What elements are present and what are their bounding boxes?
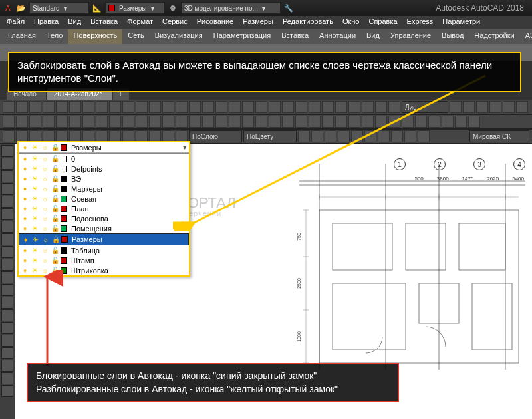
- lightbulb-icon[interactable]: ♦: [21, 154, 29, 163]
- lock-open-icon[interactable]: 🔓: [51, 154, 59, 163]
- sun-icon[interactable]: ☀: [31, 184, 39, 193]
- freeze-icon[interactable]: ☼: [41, 246, 49, 255]
- toolbar-button[interactable]: [43, 116, 55, 128]
- lock-open-icon[interactable]: 🔓: [51, 214, 59, 223]
- open-icon[interactable]: 📂: [16, 3, 27, 13]
- draw-tool-button[interactable]: [1, 183, 13, 195]
- layer-row[interactable]: ♦☀☼🔓0: [19, 154, 189, 164]
- layer-color-swatch[interactable]: [61, 206, 67, 212]
- toolbar-button[interactable]: [29, 101, 41, 113]
- toolbar-button[interactable]: [3, 116, 15, 128]
- draw-tool-button[interactable]: [1, 271, 13, 283]
- lightbulb-icon[interactable]: ♦: [21, 164, 29, 173]
- sun-icon[interactable]: ☀: [31, 224, 39, 233]
- lightbulb-icon[interactable]: ♦: [21, 174, 29, 183]
- layer-row[interactable]: ♦☀☼🔓Осевая: [19, 194, 189, 204]
- ribbon-tab-визуализация[interactable]: Визуализация: [150, 29, 208, 44]
- freeze-icon[interactable]: ☼: [41, 224, 49, 233]
- draw-tool-button[interactable]: [1, 233, 13, 245]
- toolbar-button[interactable]: [82, 116, 94, 128]
- sun-icon[interactable]: ☀: [31, 256, 39, 265]
- draw-tool-button[interactable]: [1, 347, 13, 359]
- menu-размеры[interactable]: Размеры: [239, 16, 277, 29]
- layer-color-swatch[interactable]: [61, 176, 67, 182]
- ribbon-tab-сеть[interactable]: Сеть: [122, 29, 149, 44]
- lightbulb-icon[interactable]: ♦: [21, 214, 29, 223]
- toolbar-button[interactable]: [29, 116, 41, 128]
- lightbulb-icon[interactable]: ♦: [21, 246, 29, 255]
- layer-row[interactable]: ♦☀☼🔓Подоснова: [19, 213, 189, 223]
- lock-open-icon[interactable]: 🔓: [51, 256, 59, 265]
- toolbar-button[interactable]: [82, 101, 94, 113]
- workspace-dropdown[interactable]: 3D моделирование по...▾: [181, 2, 281, 14]
- layer-color-swatch[interactable]: [61, 247, 67, 254]
- lightbulb-icon[interactable]: ♦: [21, 235, 30, 244]
- menu-сервис[interactable]: Сервис: [158, 16, 192, 29]
- lock-open-icon[interactable]: 🔓: [51, 194, 59, 203]
- sun-icon[interactable]: ☀: [31, 204, 39, 213]
- layer-row[interactable]: ♦☀☼🔓Маркеры: [19, 184, 189, 194]
- ribbon-tab-вставка[interactable]: Вставка: [276, 29, 314, 44]
- menu-рисование[interactable]: Рисование: [193, 16, 237, 29]
- menu-правка[interactable]: Правка: [30, 16, 63, 29]
- freeze-icon[interactable]: ☼: [41, 174, 49, 183]
- toolbar-button[interactable]: [149, 101, 161, 113]
- layer-color-swatch[interactable]: [61, 144, 67, 151]
- toolbar-button[interactable]: [3, 101, 15, 113]
- layer-color-swatch[interactable]: [61, 257, 67, 264]
- freeze-icon[interactable]: ☼: [41, 235, 50, 244]
- ribbon-tab-аннотации[interactable]: Аннотации: [314, 29, 361, 44]
- lock-closed-icon[interactable]: 🔒: [51, 235, 60, 244]
- lightbulb-icon[interactable]: ♦: [21, 204, 29, 213]
- freeze-icon[interactable]: ☼: [41, 154, 49, 163]
- layer-color-swatch[interactable]: [61, 186, 67, 192]
- draw-tool-button[interactable]: [1, 385, 13, 397]
- freeze-icon[interactable]: ☼: [41, 214, 49, 223]
- lock-open-icon[interactable]: 🔓: [51, 204, 59, 213]
- toolbar-button[interactable]: [16, 116, 28, 128]
- ribbon-tab-вывод[interactable]: Вывод: [436, 29, 469, 44]
- draw-tool-button[interactable]: [1, 196, 13, 208]
- layer-row[interactable]: ♦☀☼🔓Таблица: [19, 245, 189, 255]
- menu-редактировать[interactable]: Редактировать: [279, 16, 337, 29]
- lock-open-icon[interactable]: 🔓: [51, 246, 59, 255]
- layer-quick-dropdown[interactable]: Размеры▾: [105, 2, 165, 14]
- ribbon-tab-a360[interactable]: A360: [520, 29, 532, 44]
- sun-icon[interactable]: ☀: [31, 235, 40, 244]
- sun-icon[interactable]: ☀: [31, 164, 39, 173]
- lightbulb-icon[interactable]: ♦: [21, 143, 29, 152]
- menu-express[interactable]: Express: [403, 16, 438, 29]
- draw-tool-button[interactable]: [1, 208, 13, 220]
- draw-tool-button[interactable]: [1, 170, 13, 182]
- sun-icon[interactable]: ☀: [31, 194, 39, 203]
- menu-файл[interactable]: Файл: [3, 16, 29, 29]
- draw-tool-button[interactable]: [1, 372, 13, 384]
- toolbar-button[interactable]: [136, 101, 148, 113]
- layer-row[interactable]: ♦☀☼🔓Штамп: [19, 255, 189, 265]
- layer-color-swatch[interactable]: [61, 236, 68, 243]
- draw-tool-button[interactable]: [1, 259, 13, 271]
- ribbon-tab-главная[interactable]: Главная: [3, 29, 41, 44]
- menu-вставка[interactable]: Вставка: [86, 16, 122, 29]
- toolbar-button[interactable]: [43, 101, 55, 113]
- settings-icon[interactable]: 🔧: [283, 3, 294, 13]
- layer-color-swatch[interactable]: [61, 166, 67, 172]
- toolbar-button[interactable]: [109, 116, 121, 128]
- draw-tool-button[interactable]: [1, 246, 13, 258]
- workspace-icon[interactable]: ⚙: [168, 3, 178, 13]
- dim-icon[interactable]: 📐: [92, 3, 102, 13]
- freeze-icon[interactable]: ☼: [41, 194, 49, 203]
- sun-icon[interactable]: ☀: [31, 143, 39, 152]
- layer-row[interactable]: ♦☀☼🔓Defpoints: [19, 164, 189, 174]
- freeze-icon[interactable]: ☼: [41, 164, 49, 173]
- layer-dropdown-header[interactable]: ♦☀☼🔒Размеры▾: [19, 142, 189, 153]
- lock-closed-icon[interactable]: 🔒: [51, 174, 59, 183]
- draw-tool-button[interactable]: [1, 284, 13, 296]
- toolbar-button[interactable]: [69, 116, 81, 128]
- layer-row[interactable]: ♦☀☼🔒ВЭ: [19, 174, 189, 184]
- lock-closed-icon[interactable]: 🔒: [51, 143, 59, 152]
- style-dropdown[interactable]: Standard▾: [29, 2, 89, 14]
- layer-row[interactable]: ♦☀☼🔒Размеры: [19, 233, 189, 245]
- toolbar-button[interactable]: [136, 116, 148, 128]
- freeze-icon[interactable]: ☼: [41, 143, 49, 152]
